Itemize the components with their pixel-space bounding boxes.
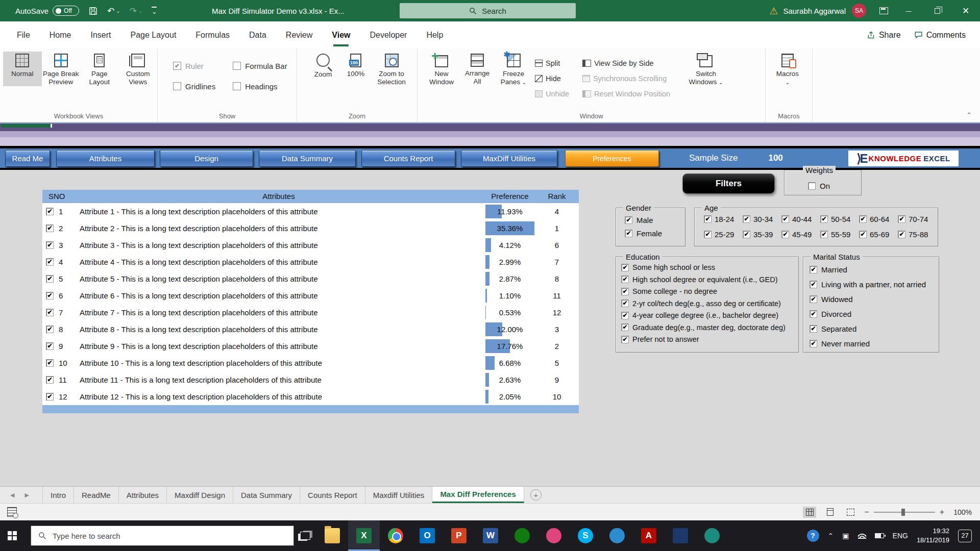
normal-view-toggle[interactable] xyxy=(803,507,816,518)
checkbox[interactable] xyxy=(621,276,629,283)
checkbox[interactable] xyxy=(810,266,817,273)
zoom-slider-thumb[interactable] xyxy=(901,509,905,516)
redo-button[interactable]: ↷⌄ xyxy=(130,6,143,16)
checkbox[interactable] xyxy=(704,215,712,223)
row-checkbox[interactable] xyxy=(46,292,54,299)
checkbox[interactable] xyxy=(621,299,629,307)
checkbox[interactable] xyxy=(625,216,632,224)
new-sheet-button[interactable]: + xyxy=(530,489,542,500)
checkbox[interactable] xyxy=(781,215,789,223)
checkbox[interactable] xyxy=(859,215,867,223)
attributes[interactable]: Attributes xyxy=(56,150,155,167)
checkbox[interactable] xyxy=(810,340,817,347)
page-layout-button[interactable]: Page Layout xyxy=(80,52,119,86)
ribbon-tab[interactable]: Insert xyxy=(81,21,120,48)
education-option[interactable]: Prefer not to answer xyxy=(621,335,786,343)
save-button[interactable] xyxy=(88,6,98,16)
split-button[interactable]: Split xyxy=(535,56,569,71)
ruler-checkbox[interactable]: ✔Ruler xyxy=(173,56,215,76)
ribbon-tab[interactable]: Review xyxy=(276,21,322,48)
education-option[interactable]: Some college - no degree xyxy=(621,287,786,295)
zoom-button[interactable]: Zoom xyxy=(306,52,340,86)
customize-qat-button[interactable]: ⌄ xyxy=(152,7,157,15)
age-option[interactable]: 65-69 xyxy=(859,230,891,239)
excel-icon[interactable]: X xyxy=(348,520,380,551)
help-icon[interactable]: ? xyxy=(807,530,819,542)
word-icon[interactable]: W xyxy=(475,520,506,551)
education-option[interactable]: 2-yr col/tech deg(e.g., asso deg or cert… xyxy=(621,299,786,308)
zoom-out-icon[interactable]: − xyxy=(864,508,869,517)
age-option[interactable]: 40-44 xyxy=(781,215,813,223)
weights-on-checkbox[interactable]: On xyxy=(808,182,830,190)
ribbon-tab[interactable]: View xyxy=(322,21,360,48)
age-option[interactable]: 30-34 xyxy=(743,215,774,223)
preferences-button[interactable]: Preferences xyxy=(565,150,659,167)
row-checkbox[interactable] xyxy=(46,325,54,333)
undo-button[interactable]: ↶⌄ xyxy=(107,6,120,16)
education-option[interactable]: Some high school or less xyxy=(621,263,786,271)
age-option[interactable]: 75-88 xyxy=(898,230,929,239)
checkbox[interactable] xyxy=(625,230,632,237)
ribbon-tab[interactable]: Help xyxy=(416,21,453,48)
chrome-icon[interactable] xyxy=(380,520,411,551)
avatar[interactable]: SA xyxy=(852,4,866,18)
row-checkbox[interactable] xyxy=(46,224,54,232)
restore-button[interactable] xyxy=(923,0,951,21)
taskbar-search-box[interactable]: Type here to search xyxy=(31,525,294,546)
age-option[interactable]: 60-64 xyxy=(859,215,891,223)
freeze-panes-button[interactable]: FreezePanes ⌄ xyxy=(495,52,532,86)
checkbox[interactable] xyxy=(810,325,817,333)
ribbon-tab[interactable]: Developer xyxy=(360,21,416,48)
marital-option[interactable]: Widowed xyxy=(810,295,926,304)
action-center-badge[interactable]: 27 xyxy=(958,530,972,542)
gridlines-checkbox[interactable]: Gridlines xyxy=(173,76,215,96)
zoom-100-button[interactable]: 100% xyxy=(340,52,372,86)
education-option[interactable]: Graduate deg(e.g., master deg, doctorate… xyxy=(621,323,786,332)
zoom-slider-track[interactable] xyxy=(874,512,935,513)
page-break-preview-button[interactable]: Page Break Preview xyxy=(42,52,81,86)
hide-button[interactable]: Hide xyxy=(535,71,569,86)
language-indicator[interactable]: ENG xyxy=(893,532,908,540)
age-option[interactable]: 45-49 xyxy=(781,230,813,239)
data-summary[interactable]: Data Summary xyxy=(259,150,356,167)
checkbox[interactable] xyxy=(810,281,817,288)
marital-option[interactable]: Living with a partner, not arried xyxy=(810,280,926,289)
age-option[interactable]: 35-39 xyxy=(743,230,774,239)
checkbox[interactable] xyxy=(820,231,828,238)
paint-app-icon[interactable] xyxy=(696,520,728,551)
row-checkbox[interactable] xyxy=(46,359,54,367)
gender-option[interactable]: Female xyxy=(625,229,662,238)
row-checkbox[interactable] xyxy=(46,258,54,266)
zoom-level[interactable]: 100% xyxy=(951,508,972,516)
age-option[interactable]: 55-59 xyxy=(820,230,852,239)
warning-icon[interactable]: ⚠ xyxy=(769,5,778,17)
ribbon-tab[interactable]: Page Layout xyxy=(120,21,186,48)
battery-icon[interactable] xyxy=(875,533,884,538)
tray-app-icon[interactable]: ▣ xyxy=(842,532,849,540)
custom-views-button[interactable]: Custom Views xyxy=(119,52,158,86)
checkbox[interactable] xyxy=(621,312,629,319)
close-button[interactable]: ✕ xyxy=(951,0,980,21)
age-option[interactable]: 25-29 xyxy=(704,230,736,239)
age-option[interactable]: 70-74 xyxy=(898,215,929,223)
file-explorer-icon[interactable] xyxy=(316,520,348,551)
clock[interactable]: 19:32 18/11/2019 xyxy=(917,527,949,544)
page-layout-view-toggle[interactable] xyxy=(823,507,837,518)
formula-bar-checkbox[interactable]: Formula Bar xyxy=(233,56,287,76)
checkbox[interactable] xyxy=(621,336,629,343)
maxdiff-utilities[interactable]: MaxDiff Utilities xyxy=(461,150,557,167)
zoom-slider[interactable]: − + xyxy=(864,508,944,517)
normal-view-button[interactable]: Normal xyxy=(3,52,42,86)
switch-windows-button[interactable]: SwitchWindows ⌄ xyxy=(683,52,728,86)
row-checkbox[interactable] xyxy=(46,275,54,283)
maxdiff-design[interactable]: Maxdiff Design xyxy=(167,487,233,503)
ribbon-tab[interactable]: Data xyxy=(239,21,276,48)
arrange-all-button[interactable]: ArrangeAll xyxy=(459,52,495,86)
filters-button[interactable]: Filters xyxy=(682,173,775,194)
show-hidden-icons-chevron[interactable]: ⌃ xyxy=(828,532,834,540)
marital-option[interactable]: Divorced xyxy=(810,310,926,318)
blue-app-icon[interactable] xyxy=(601,520,633,551)
maxdiff-utilities[interactable]: Maxdiff Utilities xyxy=(365,487,433,503)
row-checkbox[interactable] xyxy=(46,208,54,215)
checkbox[interactable] xyxy=(820,215,828,223)
